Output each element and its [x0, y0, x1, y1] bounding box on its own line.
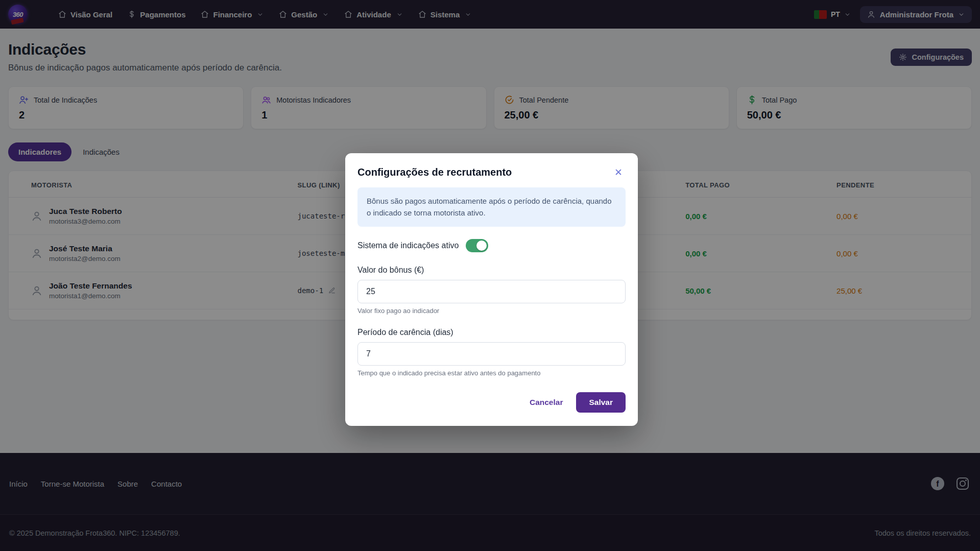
bonus-help-text: Valor fixo pago ao indicador	[357, 307, 626, 315]
save-button[interactable]: Salvar	[576, 392, 626, 413]
bonus-field-label: Valor do bônus (€)	[357, 266, 626, 275]
period-input[interactable]	[357, 342, 626, 366]
indicacoes-toggle[interactable]	[466, 239, 488, 252]
toggle-label: Sistema de indicações ativo	[357, 241, 459, 250]
period-help-text: Tempo que o indicado precisa estar ativo…	[357, 369, 626, 377]
modal-info-text: Bônus são pagos automaticamente após o p…	[357, 187, 626, 227]
close-icon[interactable]: ✕	[611, 166, 626, 178]
recruitment-settings-modal: Configurações de recrutamento ✕ Bônus sã…	[345, 153, 638, 426]
toggle-knob	[476, 241, 487, 251]
bonus-input[interactable]	[357, 280, 626, 303]
modal-title: Configurações de recrutamento	[357, 166, 512, 178]
period-field-label: Período de carência (dias)	[357, 328, 626, 337]
cancel-button[interactable]: Cancelar	[530, 398, 563, 407]
